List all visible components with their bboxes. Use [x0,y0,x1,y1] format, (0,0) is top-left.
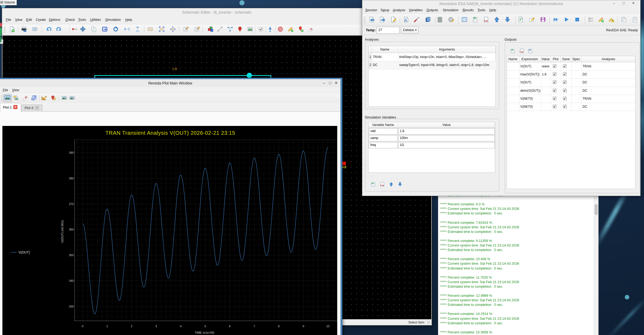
svg-text:0: 0 [82,325,83,328]
svg-text:4: 4 [180,325,181,328]
svg-text:8: 8 [278,325,280,328]
svg-text:360: 360 [69,228,74,231]
svg-text:9: 9 [302,325,304,328]
svg-text:3: 3 [155,325,157,328]
svg-text:1: 1 [106,325,108,328]
svg-text:TRAN Transient Analysis V(OUT): TRAN Transient Analysis V(OUT) 2026-02-2… [106,130,235,136]
svg-text:350: 350 [69,253,74,257]
svg-text:TIME (x1e-09): TIME (x1e-09) [195,331,214,334]
svg-text:390: 390 [69,151,74,154]
svg-text:7: 7 [254,325,255,328]
svg-text:6: 6 [229,325,231,328]
svg-text:370: 370 [69,202,74,206]
svg-text:330: 330 [69,305,74,308]
svg-text:10: 10 [326,325,329,328]
svg-text:340: 340 [69,279,74,282]
svg-text:V(OUT) (x0.001): V(OUT) (x0.001) [61,220,64,243]
svg-text:5: 5 [204,325,206,328]
svg-text:2: 2 [131,325,133,328]
svg-text:380: 380 [69,177,74,180]
svg-text:V(OUT): V(OUT) [18,251,30,254]
